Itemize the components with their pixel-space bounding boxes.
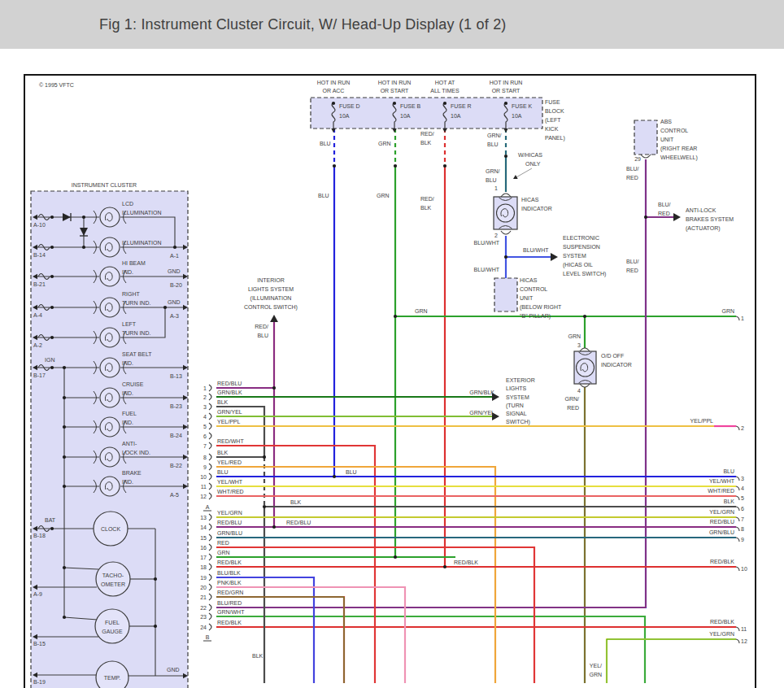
junction-dot [173,246,176,249]
indicator-label: BRAKE [122,470,142,476]
wire-code-label: YEL/GRN [709,509,734,515]
connector-pin-number: 12 [741,638,747,644]
pin-arc [209,454,211,460]
indicator-bulb-icon [100,237,120,257]
wire-code-label: RED/BLU [286,520,311,525]
wire-code-label: SUSPENSION [563,244,600,250]
pin-tick [736,527,739,531]
arrowhead [442,128,447,133]
junction-dot [443,565,446,568]
wire [216,467,495,683]
cluster-pin-label: A-2 [33,342,42,348]
pin-arc [209,464,211,470]
wire-code-label: 1 [494,185,498,191]
wire-code-label: 3 [577,342,581,348]
wire-code-label: EXTERIOR [506,377,535,383]
page: Fig 1: Instrument Cluster Circuit, W/ He… [0,0,784,688]
pin-arc [209,433,211,439]
cluster-pin-label: B-24 [170,433,182,438]
wire-code-label: GRN [721,308,734,314]
fuse-name: FUSE D [339,103,360,109]
wire-code-label: ELECTRONIC [563,235,599,241]
pin-arc [501,231,511,234]
od-off-indicator-label: O/D OFF [601,353,624,359]
wire-code-label: YEL/RED [217,459,242,465]
connector-pin-number: 6 [741,506,744,512]
junction-dot [333,475,336,478]
wire-code-label: RED [626,175,638,181]
hicas-control-unit-label: HICAS [520,277,538,283]
arrowhead [270,315,278,322]
junction-dot [50,275,54,278]
connector-pin-number: 7 [203,443,207,449]
junction-dot [272,525,276,529]
wire-code-label: GRN [378,141,391,146]
connector-pin-number: 22 [200,605,207,611]
junction-dot [82,246,85,249]
wire-code-label: YEL/WHT [709,478,735,484]
cluster-pin-label: B-23 [170,403,182,409]
junction-dot [333,164,336,168]
pin-tick [736,316,739,320]
junction-dot [50,216,54,219]
pin-arc [580,348,590,351]
cluster-pin-label: A-1 [170,253,179,259]
wire-code-label: GRN/BLK [217,390,242,395]
connector-letter: B [206,634,210,640]
indicator-label: LEFT [122,321,137,327]
indicator-bulb-icon [100,388,120,407]
gauge-label: OMETER [101,581,125,587]
pin-arc [209,594,211,600]
junction-dot [263,455,266,459]
indicator-label: ILLUMINATION [122,210,162,216]
indicator-bulb-icon [100,477,120,496]
pin-tick [736,627,739,631]
indicator-label: TURN IND. [122,330,150,336]
junction-dot [50,336,54,339]
junction-dot [263,505,266,508]
wire-code-label: GRN/ [487,133,502,138]
junction-dot [63,566,66,569]
fuse-rating: 10A [400,113,411,119]
fuse-rating: 10A [512,113,522,119]
junction-dot [50,306,54,309]
wire-code-label: GRN/WHT [217,609,245,615]
pin-arc [209,403,211,410]
wire-code-label: YEL/WHT [217,479,243,485]
wire-code-label: YEL/ [590,663,602,668]
indicator-bulb-icon [100,328,120,347]
junction-dot [50,527,54,530]
connector-pin-number: 12 [200,494,207,499]
indicator-bulb-icon [100,447,120,467]
pin-arc [209,514,211,520]
wire-code-label: GRN/YEL [217,409,242,415]
pin-arc [580,384,590,387]
connector-pin-number: 19 [200,575,207,581]
gauge-label: CLOCK [101,526,120,532]
arrowhead [503,128,508,133]
wire-code-label: LIGHTS [506,385,527,391]
connector-pin-number: 7 [741,516,744,522]
junction-dot [394,164,397,168]
wire-code-label: BLK [724,499,735,504]
pin-arc [501,194,511,197]
wire-code-label: 2 [494,233,498,238]
fuse-block-label: FUSE [545,99,560,105]
abs-control-unit-label: CONTROL [660,128,688,133]
connector-pin-number: 5 [741,495,744,501]
cluster-pin-label: BAT [45,517,56,523]
pin-tick [736,567,739,571]
wire-code-label: SYSTEM [506,394,529,400]
wire-code-label: GRN [377,193,390,198]
abs-control-unit-label: ABS [660,119,672,124]
indicator-bulb-icon [100,298,120,317]
junction-dot [154,577,157,581]
wire-code-label: RED/BLU [710,519,734,525]
wire-code-label: SIGNAL [506,411,527,416]
pin-arc [209,574,211,581]
connector-pin-number: 11 [201,484,207,490]
wire-stripe [607,639,736,683]
wire-code-label: YEL/GRN [217,510,242,516]
wire-code-label: YEL/PPL [690,418,714,424]
connector-letter: A [206,504,210,510]
